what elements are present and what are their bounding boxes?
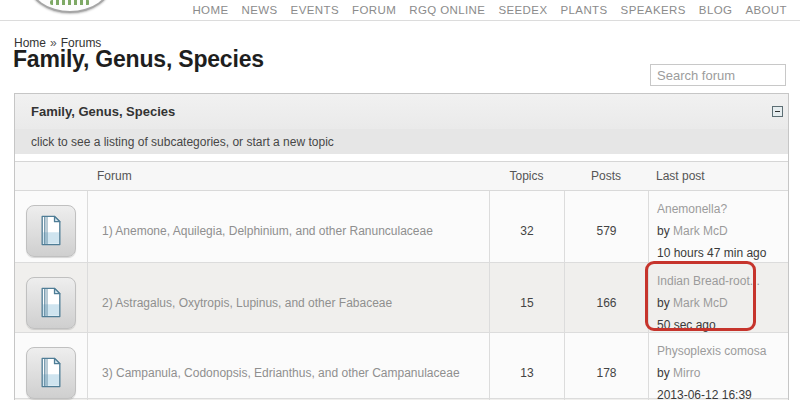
forum-panel-description-text: click to see a listing of subcategories,… [31,135,334,149]
nav-item-plants[interactable]: PLANTS [560,4,607,16]
forum-icon-cell [15,263,87,342]
lastpost-author-link[interactable]: Mark McD [673,296,728,310]
top-navigation-bar: HOME NEWS EVENTS FORUM RGQ ONLINE SEEDEX… [0,0,800,21]
lastpost-author-link[interactable]: Mirro [673,366,700,380]
column-header-topics: Topics [489,169,564,183]
forum-panel-titlebar[interactable]: Family, Genus, Species [15,94,788,129]
forum-table-row: 1) Anemone, Aquilegia, Delphinium, and o… [15,191,788,263]
panel-spacer [15,154,788,161]
lastpost-time: 2013-06-12 16:39 [657,384,782,400]
nav-item-blog[interactable]: BLOG [699,4,733,16]
collapse-minus-icon[interactable] [772,106,783,117]
forum-title-link[interactable]: 2) Astragalus, Oxytropis, Lupinus, and o… [102,296,392,310]
lastpost-title-link[interactable]: Physoplexis comosa [657,344,766,358]
forum-panel: Family, Genus, Species click to see a li… [14,93,789,400]
forum-table-row: 2) Astragalus, Oxytropis, Lupinus, and o… [15,263,788,333]
search-input[interactable] [650,64,786,86]
last-post-cell: Physoplexis comosa by Mirro 2013-06-12 1… [648,333,788,400]
nav-item-news[interactable]: NEWS [241,4,277,16]
lastpost-title-link[interactable]: Indian Bread-root... [657,274,760,288]
lastpost-author-link[interactable]: Mark McD [673,224,728,238]
nav-menu: HOME NEWS EVENTS FORUM RGQ ONLINE SEEDEX… [192,4,787,16]
last-post-cell: Anemonella? by Mark McD 10 hours 47 min … [648,191,788,270]
forum-icon-cell [15,333,87,400]
topics-count: 13 [489,333,564,400]
nav-item-rgq-online[interactable]: RGQ ONLINE [409,4,485,16]
forum-table-row: 3) Campanula, Codonopsis, Edrianthus, an… [15,333,788,399]
forum-icon-cell [15,191,87,270]
lastpost-by-label: by [657,224,670,238]
column-header-posts: Posts [564,169,648,183]
document-pages-icon [26,277,76,329]
document-pages-icon [26,205,76,257]
forum-panel-title: Family, Genus, Species [31,104,175,119]
last-post-cell: Indian Bread-root... by Mark McD 50 sec … [648,263,788,342]
page-title: Family, Genus, Species [13,46,264,73]
lastpost-title-link[interactable]: Anemonella? [657,202,727,216]
topics-count: 32 [489,191,564,270]
lastpost-time: 10 hours 47 min ago [657,242,782,264]
forum-title-link[interactable]: 1) Anemone, Aquilegia, Delphinium, and o… [102,224,433,238]
nav-item-about[interactable]: ABOUT [745,4,787,16]
nav-item-home[interactable]: HOME [192,4,228,16]
forum-table-header: Forum Topics Posts Last post [15,161,788,191]
topics-count: 15 [489,263,564,342]
column-header-forum: Forum [87,169,489,183]
posts-count: 166 [564,263,648,342]
forum-panel-description: click to see a listing of subcategories,… [15,129,788,154]
lastpost-by-label: by [657,366,670,380]
posts-count: 178 [564,333,648,400]
document-pages-icon [26,347,76,399]
posts-count: 579 [564,191,648,270]
column-header-lastpost: Last post [648,169,788,183]
nav-item-speakers[interactable]: SPEAKERS [621,4,686,16]
site-logo-icon[interactable] [28,0,112,13]
forum-title-link[interactable]: 3) Campanula, Codonopsis, Edrianthus, an… [102,366,460,380]
nav-item-events[interactable]: EVENTS [291,4,339,16]
nav-item-seedex[interactable]: SEEDEX [498,4,547,16]
nav-item-forum[interactable]: FORUM [352,4,396,16]
lastpost-by-label: by [657,296,670,310]
